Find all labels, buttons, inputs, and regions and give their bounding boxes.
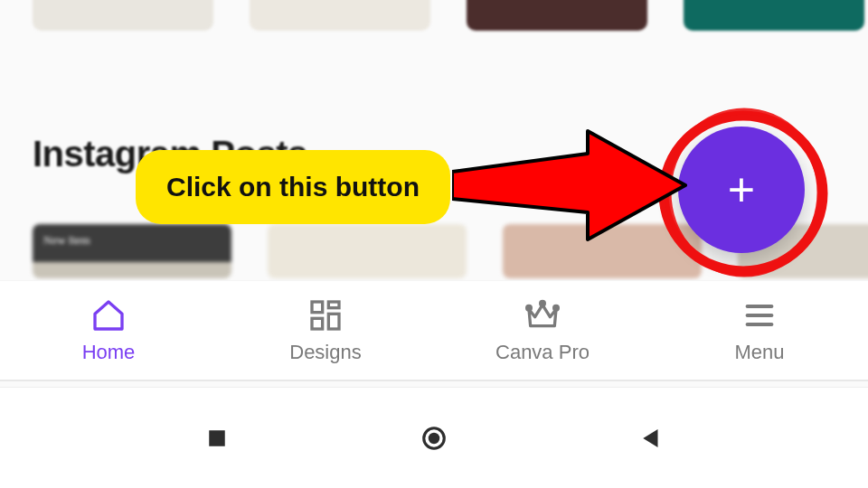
nav-canva-pro[interactable]: Canva Pro	[434, 281, 651, 380]
template-thumb[interactable]: New Item	[33, 224, 231, 278]
system-back-icon[interactable]	[637, 425, 665, 452]
svg-point-8	[541, 301, 545, 305]
nav-menu[interactable]: Menu	[651, 281, 868, 380]
template-thumb[interactable]: FREE	[33, 0, 213, 31]
thumb-caption: New Item	[43, 233, 90, 248]
svg-rect-5	[328, 314, 339, 329]
template-thumb[interactable]: FREE	[250, 0, 430, 31]
svg-rect-6	[312, 318, 323, 329]
template-thumb[interactable]	[268, 224, 467, 278]
system-recent-icon[interactable]	[203, 425, 231, 452]
svg-point-9	[554, 305, 559, 310]
svg-point-15	[429, 432, 440, 444]
create-new-fab[interactable]: +	[678, 127, 805, 253]
nav-label: Menu	[734, 341, 784, 364]
hamburger-icon	[741, 297, 778, 333]
template-thumb[interactable]	[503, 224, 702, 278]
plus-icon: +	[728, 166, 755, 213]
template-row-top: FREE FREE FREE FREE	[0, 0, 868, 31]
system-nav-bar	[0, 387, 868, 488]
divider	[0, 380, 868, 381]
svg-rect-13	[209, 430, 225, 446]
bottom-nav: Home Designs Can	[0, 280, 868, 380]
svg-marker-16	[643, 429, 657, 447]
home-icon	[90, 297, 127, 333]
nav-home[interactable]: Home	[0, 281, 217, 380]
template-thumb[interactable]: FREE	[684, 0, 864, 31]
crown-icon	[524, 297, 561, 333]
grid-icon	[307, 297, 344, 333]
nav-label: Home	[82, 341, 136, 364]
svg-point-7	[527, 305, 532, 310]
template-thumb[interactable]: FREE	[467, 0, 647, 31]
nav-label: Designs	[289, 341, 361, 364]
annotation-callout: Click on this button	[136, 150, 450, 224]
svg-marker-2	[452, 131, 685, 239]
nav-designs[interactable]: Designs	[217, 281, 434, 380]
system-home-icon[interactable]	[420, 425, 448, 452]
svg-rect-3	[312, 302, 323, 313]
nav-label: Canva Pro	[495, 341, 590, 364]
svg-rect-4	[328, 302, 339, 308]
